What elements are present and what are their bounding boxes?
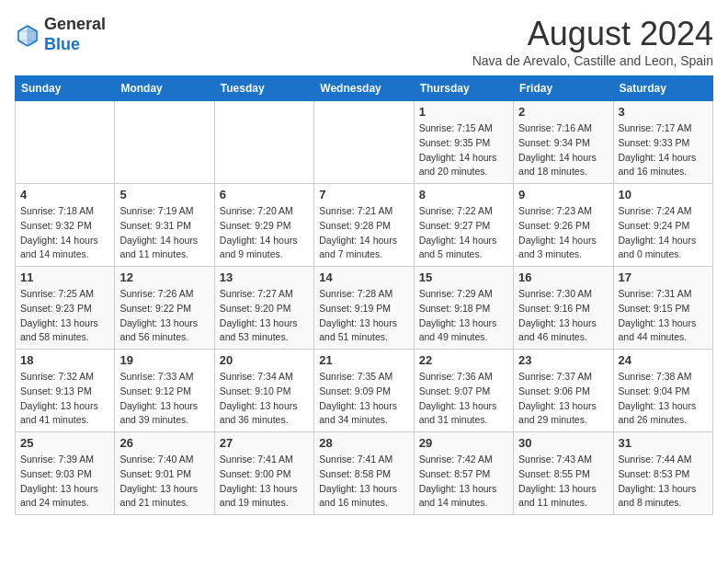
weekday-header-row: SundayMondayTuesdayWednesdayThursdayFrid… — [16, 76, 713, 101]
logo-general: General — [44, 15, 106, 33]
day-number: 1 — [419, 105, 508, 119]
day-number: 4 — [20, 188, 109, 201]
day-detail: Sunrise: 7:36 AM Sunset: 9:07 PM Dayligh… — [419, 370, 508, 428]
calendar-cell: 20Sunrise: 7:34 AM Sunset: 9:10 PM Dayli… — [214, 350, 313, 432]
day-number: 14 — [319, 270, 408, 284]
day-detail: Sunrise: 7:18 AM Sunset: 9:32 PM Dayligh… — [20, 204, 109, 262]
day-detail: Sunrise: 7:30 AM Sunset: 9:16 PM Dayligh… — [518, 287, 608, 345]
calendar-cell — [214, 101, 313, 184]
day-number: 19 — [119, 353, 209, 367]
day-detail: Sunrise: 7:39 AM Sunset: 9:03 PM Dayligh… — [20, 453, 109, 511]
day-number: 29 — [419, 436, 508, 450]
month-year: August 2024 — [472, 15, 713, 53]
day-number: 13 — [220, 270, 309, 284]
day-number: 20 — [220, 353, 309, 367]
day-number: 16 — [518, 270, 608, 284]
day-number: 15 — [419, 270, 508, 284]
calendar-cell: 6Sunrise: 7:20 AM Sunset: 9:29 PM Daylig… — [214, 184, 313, 267]
day-number: 10 — [619, 188, 708, 201]
calendar-cell: 22Sunrise: 7:36 AM Sunset: 9:07 PM Dayli… — [414, 350, 513, 432]
calendar-cell — [115, 101, 214, 184]
calendar-cell: 18Sunrise: 7:32 AM Sunset: 9:13 PM Dayli… — [16, 350, 115, 432]
day-detail: Sunrise: 7:37 AM Sunset: 9:06 PM Dayligh… — [518, 370, 608, 428]
day-number: 23 — [518, 353, 608, 367]
day-detail: Sunrise: 7:34 AM Sunset: 9:10 PM Dayligh… — [220, 370, 309, 428]
weekday-header-thursday: Thursday — [414, 76, 513, 101]
logo-icon — [15, 22, 40, 48]
day-detail: Sunrise: 7:19 AM Sunset: 9:31 PM Dayligh… — [119, 204, 209, 262]
calendar-cell: 15Sunrise: 7:29 AM Sunset: 9:18 PM Dayli… — [414, 267, 513, 350]
day-detail: Sunrise: 7:28 AM Sunset: 9:19 PM Dayligh… — [319, 287, 408, 345]
calendar-cell: 10Sunrise: 7:24 AM Sunset: 9:24 PM Dayli… — [613, 184, 712, 267]
day-detail: Sunrise: 7:16 AM Sunset: 9:34 PM Dayligh… — [518, 121, 608, 179]
day-number: 9 — [518, 188, 608, 201]
calendar-cell: 23Sunrise: 7:37 AM Sunset: 9:06 PM Dayli… — [514, 350, 613, 432]
day-number: 22 — [419, 353, 508, 367]
weekday-header-saturday: Saturday — [613, 76, 712, 101]
day-number: 5 — [119, 188, 209, 201]
day-number: 28 — [319, 436, 408, 450]
calendar-cell: 28Sunrise: 7:41 AM Sunset: 8:58 PM Dayli… — [314, 432, 414, 515]
calendar-cell: 1Sunrise: 7:15 AM Sunset: 9:35 PM Daylig… — [414, 101, 513, 184]
day-detail: Sunrise: 7:33 AM Sunset: 9:12 PM Dayligh… — [119, 370, 209, 428]
calendar-cell: 2Sunrise: 7:16 AM Sunset: 9:34 PM Daylig… — [514, 101, 613, 184]
day-detail: Sunrise: 7:32 AM Sunset: 9:13 PM Dayligh… — [20, 370, 109, 428]
day-number: 24 — [619, 353, 708, 367]
calendar-cell: 3Sunrise: 7:17 AM Sunset: 9:33 PM Daylig… — [613, 101, 712, 184]
day-number: 30 — [518, 436, 608, 450]
day-detail: Sunrise: 7:17 AM Sunset: 9:33 PM Dayligh… — [619, 121, 708, 179]
weekday-header-friday: Friday — [514, 76, 613, 101]
calendar-cell: 11Sunrise: 7:25 AM Sunset: 9:23 PM Dayli… — [16, 267, 115, 350]
calendar-cell — [16, 101, 115, 184]
calendar-cell: 17Sunrise: 7:31 AM Sunset: 9:15 PM Dayli… — [613, 267, 712, 350]
calendar-cell: 14Sunrise: 7:28 AM Sunset: 9:19 PM Dayli… — [314, 267, 414, 350]
calendar-cell: 24Sunrise: 7:38 AM Sunset: 9:04 PM Dayli… — [613, 350, 712, 432]
day-detail: Sunrise: 7:38 AM Sunset: 9:04 PM Dayligh… — [619, 370, 708, 428]
day-number: 21 — [319, 353, 408, 367]
calendar-cell: 16Sunrise: 7:30 AM Sunset: 9:16 PM Dayli… — [514, 267, 613, 350]
day-detail: Sunrise: 7:24 AM Sunset: 9:24 PM Dayligh… — [619, 204, 708, 262]
day-detail: Sunrise: 7:41 AM Sunset: 8:58 PM Dayligh… — [319, 453, 408, 511]
day-number: 25 — [20, 436, 109, 450]
calendar-cell: 26Sunrise: 7:40 AM Sunset: 9:01 PM Dayli… — [115, 432, 214, 515]
calendar-cell: 27Sunrise: 7:41 AM Sunset: 9:00 PM Dayli… — [214, 432, 313, 515]
calendar-cell: 29Sunrise: 7:42 AM Sunset: 8:57 PM Dayli… — [414, 432, 513, 515]
day-detail: Sunrise: 7:27 AM Sunset: 9:20 PM Dayligh… — [220, 287, 309, 345]
day-number: 7 — [319, 188, 408, 201]
week-row-4: 18Sunrise: 7:32 AM Sunset: 9:13 PM Dayli… — [16, 350, 713, 432]
week-row-3: 11Sunrise: 7:25 AM Sunset: 9:23 PM Dayli… — [16, 267, 713, 350]
logo-text: General Blue — [44, 15, 106, 54]
day-detail: Sunrise: 7:26 AM Sunset: 9:22 PM Dayligh… — [119, 287, 209, 345]
week-row-2: 4Sunrise: 7:18 AM Sunset: 9:32 PM Daylig… — [16, 184, 713, 267]
logo-blue: Blue — [44, 35, 80, 53]
day-detail: Sunrise: 7:44 AM Sunset: 8:53 PM Dayligh… — [619, 453, 708, 511]
page-header: General Blue August 2024 Nava de Arevalo… — [15, 15, 713, 68]
calendar-cell: 4Sunrise: 7:18 AM Sunset: 9:32 PM Daylig… — [16, 184, 115, 267]
day-detail: Sunrise: 7:31 AM Sunset: 9:15 PM Dayligh… — [619, 287, 708, 345]
weekday-header-wednesday: Wednesday — [314, 76, 414, 101]
day-detail: Sunrise: 7:15 AM Sunset: 9:35 PM Dayligh… — [419, 121, 508, 179]
calendar-cell: 9Sunrise: 7:23 AM Sunset: 9:26 PM Daylig… — [514, 184, 613, 267]
day-detail: Sunrise: 7:21 AM Sunset: 9:28 PM Dayligh… — [319, 204, 408, 262]
day-number: 17 — [619, 270, 708, 284]
day-number: 2 — [518, 105, 608, 119]
calendar-cell: 8Sunrise: 7:22 AM Sunset: 9:27 PM Daylig… — [414, 184, 513, 267]
day-detail: Sunrise: 7:23 AM Sunset: 9:26 PM Dayligh… — [518, 204, 608, 262]
location-subtitle: Nava de Arevalo, Castille and Leon, Spai… — [472, 53, 713, 68]
calendar-cell: 30Sunrise: 7:43 AM Sunset: 8:55 PM Dayli… — [514, 432, 613, 515]
week-row-1: 1Sunrise: 7:15 AM Sunset: 9:35 PM Daylig… — [16, 101, 713, 184]
day-detail: Sunrise: 7:41 AM Sunset: 9:00 PM Dayligh… — [220, 453, 309, 511]
calendar-cell — [314, 101, 414, 184]
day-number: 6 — [220, 188, 309, 201]
day-detail: Sunrise: 7:25 AM Sunset: 9:23 PM Dayligh… — [20, 287, 109, 345]
day-number: 12 — [119, 270, 209, 284]
day-detail: Sunrise: 7:40 AM Sunset: 9:01 PM Dayligh… — [119, 453, 209, 511]
day-detail: Sunrise: 7:20 AM Sunset: 9:29 PM Dayligh… — [220, 204, 309, 262]
calendar-cell: 19Sunrise: 7:33 AM Sunset: 9:12 PM Dayli… — [115, 350, 214, 432]
day-detail: Sunrise: 7:43 AM Sunset: 8:55 PM Dayligh… — [518, 453, 608, 511]
calendar-cell: 7Sunrise: 7:21 AM Sunset: 9:28 PM Daylig… — [314, 184, 414, 267]
day-detail: Sunrise: 7:22 AM Sunset: 9:27 PM Dayligh… — [419, 204, 508, 262]
weekday-header-tuesday: Tuesday — [214, 76, 313, 101]
day-number: 26 — [119, 436, 209, 450]
weekday-header-sunday: Sunday — [16, 76, 115, 101]
